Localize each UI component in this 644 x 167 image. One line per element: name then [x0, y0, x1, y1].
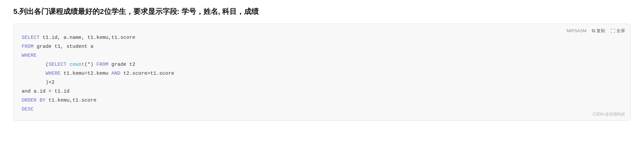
- copy-button[interactable]: ⧉ 复制: [592, 28, 605, 34]
- fullscreen-button[interactable]: ⛶ 全屏: [610, 28, 625, 34]
- page-title: 5.列出各门课程成绩最好的2位学生，要求显示字段: 学号，姓名, 科目，成绩: [13, 7, 631, 17]
- code-lang-label: MIPSASM: [567, 28, 586, 33]
- copy-icon: ⧉: [592, 28, 595, 34]
- code-toolbar: MIPSASM ⧉ 复制 ⛶ 全屏: [567, 28, 625, 34]
- code-block: MIPSASM ⧉ 复制 ⛶ 全屏 SELECT t1.id, a.name, …: [13, 24, 631, 121]
- code-content: SELECT t1.id, a.name, t1.kemu,t1.score F…: [22, 33, 622, 114]
- brand-footer: CSDN @花僧码农: [592, 112, 625, 117]
- fullscreen-icon: ⛶: [610, 28, 615, 34]
- fullscreen-label: 全屏: [616, 28, 625, 34]
- copy-label: 复制: [596, 28, 605, 34]
